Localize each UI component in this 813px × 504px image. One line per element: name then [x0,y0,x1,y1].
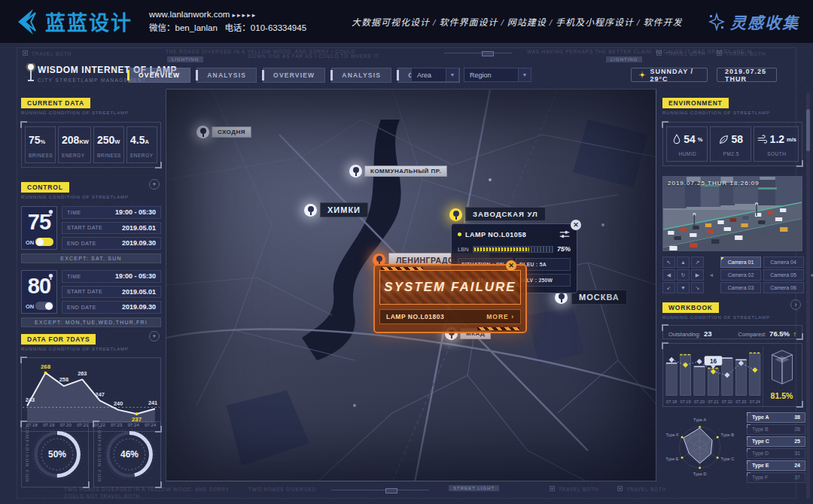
legend-row-type-b[interactable]: Type B 28 [747,424,805,435]
expand-chart-button[interactable]: + [149,331,160,342]
stat-label: SOUTH [757,151,796,156]
camera-list-prev-icon[interactable]: ◂ [710,272,713,278]
schedule-toggle[interactable] [35,238,53,246]
more-button[interactable]: MORE › [486,313,514,320]
radar-axis-label: Type B [721,433,735,437]
stat-value: 4.5 [130,134,145,146]
pan-down-left-button[interactable]: ↙ [662,282,675,293]
time-row[interactable]: TIME 19:00 - 05:30 [62,270,161,283]
stat-label: HUMID [670,151,705,156]
start-date-row[interactable]: START DATE 2019.05.01 [62,222,161,235]
inspiration-collect[interactable]: 灵感收集 [708,11,799,33]
legend-row-type-f[interactable]: Type F 37 [747,472,805,483]
legend-row-type-c[interactable]: Type C 25 [747,436,805,447]
stat-unit: W [114,138,120,145]
arrows-decor: ▸▸▸▸▸ [233,11,257,19]
toggle-knob [36,238,44,246]
pan-down-button[interactable]: ▼ [677,282,690,293]
schedule-toggle[interactable] [35,302,53,310]
radar-axis-label: Type D [693,472,707,476]
pan-left-button[interactable]: ◀ [662,269,675,281]
legend-row-type-d[interactable]: Type D 31 [747,448,805,459]
map-label-moskva: МОСКВА [571,290,627,305]
legend-row-type-e[interactable]: Type E 24 [747,460,805,471]
camera-button-06[interactable]: Camera 06 [763,282,804,293]
map-pin-zavodskaya[interactable] [449,208,462,221]
brand-logo[interactable]: 蓝蓝设计 [11,7,132,37]
camera-button-05[interactable]: Camera 05 [763,269,804,281]
camera-list: Camera 01 Camera 04 Camera 02 Camera 05 … [720,257,804,293]
decor-checkbox [717,50,722,56]
map-pin-kommunalny[interactable] [349,165,362,178]
end-date-row[interactable]: END DATE 2019.09.30 [62,301,161,314]
schedule-rows: TIME 19:00 - 05:30 START DATE 2019.05.01… [62,206,161,250]
week-line-chart: 243 268 258 263 247 240 237 241 [22,361,160,423]
tab-overview-2[interactable]: OVERVIEW [263,68,325,83]
stat-unit: A [145,138,148,145]
tab-analysis-2[interactable]: ANALYSIS [331,68,391,83]
x-tick: 07.19 [681,399,691,404]
close-icon[interactable]: ✕ [571,220,581,230]
top-banner: 蓝蓝设计 www.lanlanwork.com ▸▸▸▸▸ 微信：ben_lan… [0,0,813,43]
pan-right-button[interactable]: ▶ [691,269,704,281]
on-label: ON [26,239,34,246]
camera-button-04[interactable]: Camera 04 [763,257,804,268]
camera-button-03[interactable]: Camera 03 [720,282,761,293]
panel-subtitle: RUNNING CONDITION OF STREETLAMP [662,111,802,115]
brightness-bar-row: LBN 75% [458,245,571,253]
pan-down-right-button[interactable]: ↘ [691,282,704,293]
point-value: 263 [78,370,87,377]
stat-card-energy: 208KW ENERGY [58,126,91,163]
failed-lamp-id: LAMP NO.L01803 [386,313,444,320]
humidity-card: 54% HUMID [666,126,708,162]
services-list: 大数据可视化设计 / 软件界面设计 / 网站建设 / 手机及小程序设计 / 软件… [352,15,682,29]
camera-button-02[interactable]: Camera 02 [720,269,761,281]
sliders-icon[interactable] [559,230,571,238]
legend-label: Type D [752,451,769,456]
map-pin-khimki[interactable] [304,204,317,217]
pan-up-left-button[interactable]: ↖ [662,257,675,268]
date-chip: 2019.07.25 THUR [717,68,777,82]
city-map[interactable]: СХОДНЯ КОММУНАЛЬНЫЙ ПР. ХИМКИ ЗАВОДСКАЯ … [166,89,656,481]
time-row[interactable]: TIME 19:00 - 05:30 [62,206,161,219]
region-select[interactable]: Region ▼ [464,68,531,82]
camera-feed[interactable]: 2019.07.25 THUR 18:26:09 [662,176,802,251]
point-value: 247 [96,391,105,398]
row-label: END DATE [67,241,96,246]
map-label-zavodskaya: ЗАВОДСКАЯ УЛ [465,207,546,221]
scrollbar-thumb[interactable] [806,109,810,151]
radar-chart: Type A Type B Type C Type D Type E Type … [662,408,747,486]
trend-up-icon: ↑ [793,330,797,338]
add-schedule-button[interactable]: + [149,179,160,190]
gauge-value: 46% [120,449,139,460]
weather-text: SUNNDAY / 29°C [650,68,699,83]
tab-overview-1[interactable]: OVERVIEW [128,68,190,83]
pan-up-button[interactable]: ▲ [677,257,690,268]
area-select[interactable]: Area ▼ [411,68,459,82]
decor-text: TWO ROADS DIVERGED [248,487,316,492]
legend-row-type-a[interactable]: Type A 38 [747,412,805,423]
gauge-label: COMPARISON FOR [25,426,29,483]
website-link[interactable]: www.lanlanwork.com [149,10,230,19]
panel-subtitle: RUNNING CONDITION OF STREETLAMP [21,347,161,351]
start-date-row[interactable]: START DATE 2019.05.01 [62,286,161,299]
close-icon[interactable]: ✕ [506,260,516,271]
workbook-more-button[interactable]: › [790,299,801,310]
map-pin-skhodnya[interactable] [196,126,209,138]
camera-dpad: ↖ ▲ ↗ ◀ ↻ ▶ ↙ ▼ ↘ [662,257,704,293]
stat-label: ENERGY [130,153,155,158]
reset-view-button[interactable]: ↻ [677,269,690,281]
environment-cards: 54% HUMID 58 PM2.5 [662,122,802,166]
pan-up-right-button[interactable]: ↗ [691,257,704,268]
stat-value: 58 [731,133,743,145]
tab-analysis-1[interactable]: ANALYSIS [196,68,257,83]
camera-button-01[interactable]: Camera 01 [720,257,761,268]
phone-label: 电话：010-63334945 [224,23,306,32]
end-date-row[interactable]: END DATE 2019.09.30 [62,237,161,250]
decor-chip: LIGHTING [167,56,203,62]
legend-value: 31 [794,451,800,456]
legend-label: Type E [752,463,769,468]
brightness-bar[interactable] [473,246,553,253]
radar-axis-label: Type E [665,457,679,461]
row-value: 19:00 - 05:30 [115,272,156,280]
